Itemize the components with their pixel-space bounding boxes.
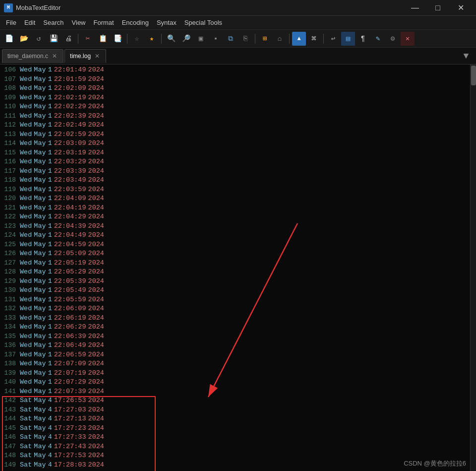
month: May [34,157,46,167]
time: 22:06:59 [54,350,86,360]
highlight-button[interactable]: ▲ [292,32,306,46]
menu-item-edit[interactable]: Edit [20,16,39,30]
year: 2024 [88,451,104,461]
month: May [34,378,46,387]
square1-button[interactable]: ▣ [194,32,208,46]
day-of-week: Sat [20,424,32,433]
menu-item-syntax[interactable]: Syntax [153,16,180,30]
close-button[interactable]: ✕ [449,0,472,16]
menu-item-encoding[interactable]: Encoding [118,16,153,30]
line-number: 133 [2,314,20,323]
new-button[interactable]: 📄 [2,32,16,46]
text-line: 132WedMay122:06:092024 [0,304,470,314]
bookmark-star-button[interactable]: ☆ [130,32,144,46]
text-line: 116WedMay122:03:292024 [0,157,470,167]
open-button[interactable]: 📂 [17,32,31,46]
time: 22:07:19 [54,369,86,378]
menu-item-view[interactable]: View [68,16,90,30]
icon2-button[interactable]: ⌂ [273,32,287,46]
menu-item-file[interactable]: File [2,16,20,30]
year: 2024 [88,268,104,277]
time: 22:02:09 [54,84,86,93]
app-icon: M [4,3,13,12]
text-line: 117WedMay122:03:392024 [0,167,470,176]
pilcrow-button[interactable]: ¶ [356,32,370,46]
day-of-week: Wed [20,194,32,203]
time: 22:04:59 [54,240,86,250]
text-line: 141WedMay122:07:392024 [0,387,470,397]
line-number: 127 [2,259,20,268]
scrollbar[interactable] [470,65,476,471]
text-line: 144SatMay417:27:132024 [0,414,470,424]
day-of-week: Wed [20,222,32,231]
find-button[interactable]: 🔍 [164,32,178,46]
text-line: 139WedMay122:07:192024 [0,369,470,378]
text-line: 140WedMay122:07:292024 [0,378,470,387]
time: 22:05:09 [54,249,86,259]
year: 2024 [88,323,104,332]
line-number: 110 [2,102,20,112]
pen-button[interactable]: ✎ [371,32,385,46]
menu-item-search[interactable]: Search [39,16,67,30]
icon1-button[interactable]: ⊞ [258,32,272,46]
menu-item-format[interactable]: Format [90,16,118,30]
tab-scroll-button[interactable]: ▼ [460,50,472,62]
tab-time-daemon[interactable]: time_daemon.c ✕ [2,49,63,63]
time: 22:06:39 [54,332,86,341]
time: 22:05:29 [54,268,86,277]
editor-content[interactable]: 106WedMay122:01:492024107WedMay122:01:59… [0,65,470,471]
save-button[interactable]: 💾 [47,32,60,46]
reload-button[interactable]: ↺ [32,32,46,46]
paste2-button[interactable]: ⎘ [238,32,252,46]
time: 22:06:29 [54,323,86,332]
print-button[interactable]: 🖨 [61,32,75,46]
copy-button[interactable]: 📋 [96,32,110,46]
menu-item-special-tools[interactable]: Special Tools [180,16,226,30]
replace-button[interactable]: 🔎 [179,32,193,46]
undo-button[interactable]: ↩ [326,32,340,46]
apple-button[interactable]: ⌘ [307,32,321,46]
tab-close-button[interactable]: ✕ [51,53,58,60]
day-of-week: Wed [20,332,32,341]
day-of-week: Wed [20,369,32,378]
line-number: 114 [2,139,20,148]
day: 1 [48,286,52,295]
time: 17:26:53 [54,396,86,405]
day: 1 [48,304,52,314]
line-number: 137 [2,350,20,360]
menu-bar: FileEditSearchViewFormatEncodingSyntaxSp… [0,16,476,30]
time: 17:27:33 [54,433,86,442]
day-of-week: Wed [20,259,32,268]
line-number: 122 [2,212,20,222]
line-number: 115 [2,148,20,158]
year: 2024 [88,378,104,387]
tab-close-button[interactable]: ✕ [94,53,101,60]
gear-button[interactable]: ⚙ [386,32,400,46]
square2-button[interactable]: ▪ [209,32,223,46]
text-line: 115WedMay122:03:192024 [0,148,470,158]
tab-time-log[interactable]: time.log ✕ [64,49,106,63]
scrollbar-thumb[interactable] [471,66,476,85]
cut-button[interactable]: ✂ [81,32,95,46]
bookmark-star2-button[interactable]: ★ [145,32,159,46]
text-line: 106WedMay122:01:492024 [0,66,470,75]
month: May [34,268,46,277]
view2-button[interactable]: ▤ [341,32,355,46]
day: 1 [48,203,52,213]
year: 2024 [88,231,104,240]
line-number: 116 [2,157,20,167]
minimize-button[interactable]: — [404,0,426,16]
close-x-button[interactable]: ✕ [401,32,415,46]
day-of-week: Wed [20,75,32,84]
year: 2024 [88,314,104,323]
text-line: 125WedMay122:04:592024 [0,240,470,250]
time: 22:06:49 [54,341,86,350]
copy2-button[interactable]: ⧉ [224,32,238,46]
maximize-button[interactable]: □ [426,0,449,16]
month: May [34,222,46,231]
paste-button[interactable]: 📑 [111,32,124,46]
text-line: 148SatMay417:27:532024 [0,451,470,461]
toolbar-separator-6 [323,34,324,44]
text-line: 114WedMay122:03:092024 [0,139,470,148]
text-line: 138WedMay122:07:092024 [0,359,470,369]
